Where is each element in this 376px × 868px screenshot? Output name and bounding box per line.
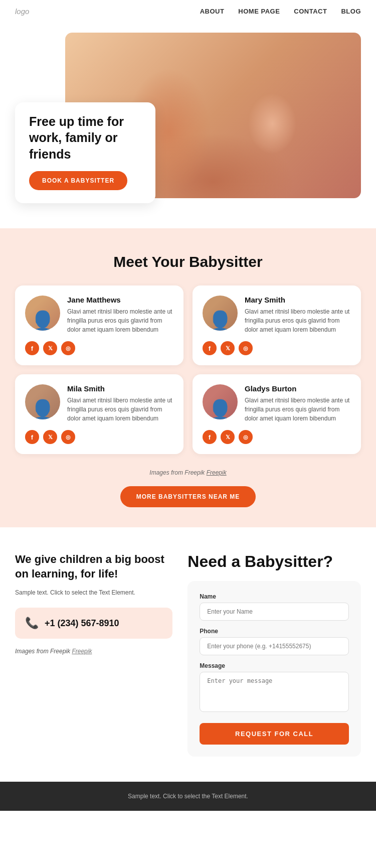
nav-links: ABOUT HOME PAGE CONTACT BLOG [200,8,361,15]
freepik-link-1[interactable]: Freepik [207,469,227,476]
nav-contact[interactable]: CONTACT [294,8,327,15]
sitter-name-1: Jane Matthews [67,296,173,304]
card-info-3: Mila Smith Glavi amet ritnisl libero mol… [67,384,173,423]
message-label: Message [200,662,349,669]
name-input[interactable] [200,603,349,621]
sitter-cards-grid: Jane Matthews Glavi amet ritnisl libero … [15,285,361,454]
instagram-icon-1[interactable]: ◎ [61,341,75,355]
sitter-name-3: Mila Smith [67,384,173,393]
hero-heading: Free up time for work, family or friends [29,113,141,163]
facebook-icon-4[interactable]: f [203,430,217,444]
contact-right-heading: Need a Babysitter? [187,552,361,571]
x-icon-3[interactable]: 𝕏 [43,430,57,444]
babysitters-title: Meet Your Babysitter [15,253,361,270]
facebook-icon-2[interactable]: f [203,341,217,355]
instagram-icon-3[interactable]: ◎ [61,430,75,444]
hero-section: Free up time for work, family or friends… [0,23,376,228]
contact-left-body: Sample text. Click to select the Text El… [15,588,172,598]
card-top-4: Gladys Burton Glavi amet ritnisl libero … [203,384,351,423]
nav-about[interactable]: ABOUT [200,8,225,15]
facebook-icon-1[interactable]: f [25,341,39,355]
contact-right: Need a Babysitter? Name Phone Message RE… [187,552,361,757]
phone-field-group: Phone [200,628,349,655]
request-call-button[interactable]: REQUEST FOR CALL [200,723,349,745]
more-btn-wrap: MORE BABYSITTERS NEAR ME [15,486,361,507]
message-textarea[interactable] [200,672,349,712]
more-babysitters-button[interactable]: MORE BABYSITTERS NEAR ME [120,486,256,507]
sitter-card-2: Mary Smith Glavi amet ritnisl libero mol… [193,285,361,365]
avatar-3 [25,384,60,419]
sitter-card-4: Gladys Burton Glavi amet ritnisl libero … [193,374,361,454]
x-icon-1[interactable]: 𝕏 [43,341,57,355]
social-icons-3: f 𝕏 ◎ [25,430,173,444]
phone-box: 📞 +1 (234) 567-8910 [15,608,172,639]
phone-input[interactable] [200,637,349,655]
nav-blog[interactable]: BLOG [341,8,361,15]
sitter-name-4: Gladys Burton [245,384,351,393]
sitter-card-1: Jane Matthews Glavi amet ritnisl libero … [15,285,183,365]
babysitters-section: Meet Your Babysitter Jane Matthews Glavi… [0,228,376,527]
sitter-name-2: Mary Smith [245,296,351,304]
logo: logo [15,7,29,16]
phone-icon: 📞 [25,617,39,630]
social-icons-4: f 𝕏 ◎ [203,430,351,444]
name-label: Name [200,593,349,600]
x-icon-2[interactable]: 𝕏 [221,341,235,355]
footer-text: Sample text. Click to select the Text El… [15,793,361,800]
contact-form: Name Phone Message REQUEST FOR CALL [187,581,361,757]
avatar-2 [203,296,238,331]
contact-section: We give children a big boost on learning… [0,527,376,782]
nav-homepage[interactable]: HOME PAGE [238,8,280,15]
social-icons-1: f 𝕏 ◎ [25,341,173,355]
x-icon-4[interactable]: 𝕏 [221,430,235,444]
card-top-2: Mary Smith Glavi amet ritnisl libero mol… [203,296,351,334]
phone-label: Phone [200,628,349,635]
babysitters-freepik-note: Images from Freepik Freepik [15,469,361,476]
freepik-link-2[interactable]: Freepik [72,648,92,655]
phone-number: +1 (234) 567-8910 [45,618,119,629]
contact-left: We give children a big boost on learning… [15,552,172,667]
card-info-4: Gladys Burton Glavi amet ritnisl libero … [245,384,351,423]
sitter-desc-1: Glavi amet ritnisl libero molestie ante … [67,307,173,334]
instagram-icon-4[interactable]: ◎ [239,430,253,444]
hero-inner: Free up time for work, family or friends… [15,33,361,198]
book-babysitter-button[interactable]: BOOK A BABYSITTER [29,171,127,190]
contact-left-heading: We give children a big boost on learning… [15,552,172,581]
sitter-desc-3: Glavi amet ritnisl libero molestie ante … [67,396,173,423]
sitter-desc-2: Glavi amet ritnisl libero molestie ante … [245,307,351,334]
sitter-desc-4: Glavi amet ritnisl libero molestie ante … [245,396,351,423]
avatar-4 [203,384,238,419]
card-info-1: Jane Matthews Glavi amet ritnisl libero … [67,296,173,334]
footer: Sample text. Click to select the Text El… [0,782,376,811]
card-top-1: Jane Matthews Glavi amet ritnisl libero … [25,296,173,334]
social-icons-2: f 𝕏 ◎ [203,341,351,355]
hero-text-card: Free up time for work, family or friends… [15,102,155,204]
card-top-3: Mila Smith Glavi amet ritnisl libero mol… [25,384,173,423]
navbar: logo ABOUT HOME PAGE CONTACT BLOG [0,0,376,23]
message-field-group: Message [200,662,349,714]
card-info-2: Mary Smith Glavi amet ritnisl libero mol… [245,296,351,334]
avatar-1 [25,296,60,331]
facebook-icon-3[interactable]: f [25,430,39,444]
sitter-card-3: Mila Smith Glavi amet ritnisl libero mol… [15,374,183,454]
name-field-group: Name [200,593,349,621]
instagram-icon-2[interactable]: ◎ [239,341,253,355]
contact-freepik-note: Images from Freepik Freepik [15,647,172,656]
